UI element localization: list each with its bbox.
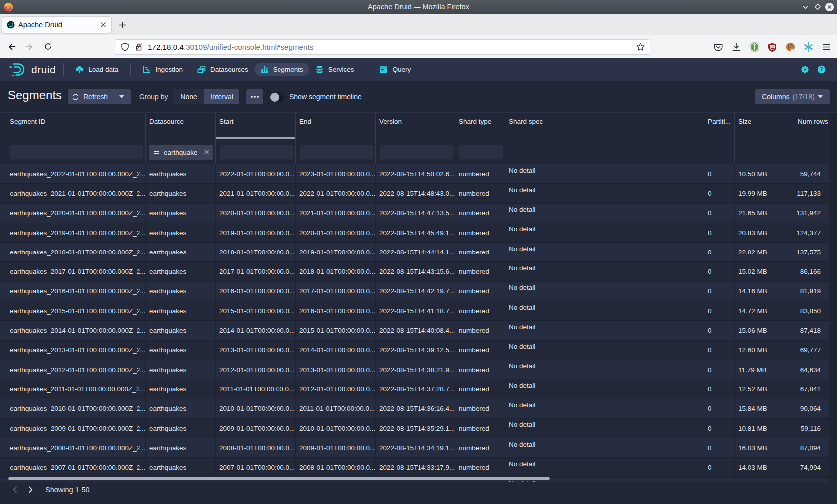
- cell-datasource[interactable]: earthquakes: [146, 341, 216, 360]
- horizontal-scrollbar[interactable]: [8, 477, 550, 480]
- cell-partiti[interactable]: 0: [704, 282, 735, 301]
- cell-partiti[interactable]: 0: [704, 164, 735, 183]
- column-header-segment-id[interactable]: Segment ID: [0, 113, 146, 139]
- cell-end[interactable]: 2013-01-01T00:00:00.0...: [296, 360, 376, 379]
- cell-segment-id[interactable]: earthquakes_2008-01-01T00:00:00.000Z_2..…: [0, 438, 146, 457]
- cell-datasource[interactable]: earthquakes: [146, 262, 216, 281]
- cell-segment-id[interactable]: earthquakes_2021-01-01T00:00:00.000Z_2..…: [0, 184, 146, 203]
- cell-shard-spec[interactable]: No detail: [505, 458, 704, 477]
- cell-num-rows[interactable]: 117,133: [794, 184, 829, 203]
- group-by-interval-button[interactable]: Interval: [204, 89, 239, 104]
- cell-size[interactable]: 14.16 MB: [735, 282, 794, 301]
- druid-logo[interactable]: druid: [9, 62, 56, 77]
- refresh-dropdown-button[interactable]: [112, 89, 131, 104]
- settings-gear-icon[interactable]: [801, 65, 809, 74]
- cell-shard-spec[interactable]: No detail: [505, 262, 704, 281]
- cell-end[interactable]: 2022-01-01T00:00:00.0...: [296, 184, 376, 203]
- cell-partiti[interactable]: 0: [704, 360, 735, 379]
- cell-shard-type[interactable]: numbered: [455, 184, 505, 203]
- cell-num-rows[interactable]: 131,942: [794, 204, 829, 223]
- cell-end[interactable]: 2023-01-01T00:00:00.0...: [296, 164, 376, 183]
- cell-shard-type[interactable]: numbered: [455, 399, 505, 418]
- cell-segment-id[interactable]: earthquakes_2012-01-01T00:00:00.000Z_2..…: [0, 360, 146, 379]
- cell-start[interactable]: 2021-01-01T00:00:00.0...: [216, 184, 296, 203]
- cell-size[interactable]: 11.79 MB: [735, 360, 794, 379]
- extension-colorful-icon[interactable]: [802, 41, 814, 53]
- cell-version[interactable]: 2022-08-15T14:50:02.6...: [376, 164, 455, 183]
- cell-size[interactable]: 21.65 MB: [735, 204, 794, 223]
- cell-start[interactable]: 2011-01-01T00:00:00.0...: [216, 379, 296, 398]
- table-row[interactable]: earthquakes_2013-01-01T00:00:00.000Z_2..…: [0, 341, 829, 360]
- cell-segment-id[interactable]: earthquakes_2015-01-01T00:00:00.000Z_2..…: [0, 301, 146, 320]
- cell-partiti[interactable]: 0: [704, 301, 735, 320]
- cell-size[interactable]: 10.81 MB: [735, 419, 794, 438]
- cell-size[interactable]: 20.83 MB: [735, 223, 794, 242]
- cell-datasource[interactable]: earthquakes: [146, 184, 216, 203]
- cell-shard-spec[interactable]: No detail: [505, 360, 704, 379]
- cell-version[interactable]: 2022-08-15T14:43:15.6...: [376, 262, 455, 281]
- cell-partiti[interactable]: 0: [704, 458, 735, 477]
- cell-start[interactable]: 2022-01-01T00:00:00.0...: [216, 164, 296, 183]
- refresh-button[interactable]: Refresh: [68, 89, 112, 104]
- browser-tab[interactable]: Apache Druid: [2, 16, 112, 33]
- cell-shard-spec[interactable]: No detail: [505, 438, 704, 457]
- cell-shard-type[interactable]: numbered: [455, 223, 505, 242]
- filter-input-end[interactable]: [299, 145, 374, 160]
- table-row[interactable]: earthquakes_2007-01-01T00:00:00.000Z_2..…: [0, 458, 829, 477]
- cell-num-rows[interactable]: 124,377: [794, 223, 829, 242]
- cell-shard-type[interactable]: numbered: [455, 243, 505, 261]
- cell-version[interactable]: 2022-08-15T14:47:13.5...: [376, 204, 455, 223]
- cell-num-rows[interactable]: 87,094: [794, 438, 829, 457]
- download-icon[interactable]: [730, 41, 742, 53]
- cell-partiti[interactable]: 0: [704, 243, 735, 261]
- cell-version[interactable]: 2022-08-15T14:41:18.7...: [376, 301, 455, 320]
- cell-num-rows[interactable]: 81,919: [794, 282, 829, 301]
- cell-num-rows[interactable]: 64,634: [794, 360, 829, 379]
- table-row[interactable]: earthquakes_2022-01-01T00:00:00.000Z_2..…: [0, 164, 829, 184]
- cell-datasource[interactable]: earthquakes: [146, 164, 216, 183]
- close-button[interactable]: [825, 2, 834, 12]
- cell-end[interactable]: 2011-01-01T00:00:00.0...: [296, 399, 376, 418]
- cell-start[interactable]: 2017-01-01T00:00:00.0...: [216, 262, 296, 281]
- column-header-end[interactable]: End: [296, 113, 376, 139]
- cell-start[interactable]: 2007-01-01T00:00:00.0...: [216, 458, 296, 477]
- tab-close-icon[interactable]: [97, 19, 109, 31]
- cell-end[interactable]: 2010-01-01T00:00:00.0...: [296, 419, 376, 438]
- cell-start[interactable]: 2013-01-01T00:00:00.0...: [216, 341, 296, 360]
- cell-shard-type[interactable]: numbered: [455, 164, 505, 183]
- cell-segment-id[interactable]: earthquakes_2016-01-01T00:00:00.000Z_2..…: [0, 282, 146, 301]
- cell-segment-id[interactable]: earthquakes_2022-01-01T00:00:00.000Z_2..…: [0, 164, 146, 183]
- cell-end[interactable]: 2018-01-01T00:00:00.0...: [296, 262, 376, 281]
- cell-shard-spec[interactable]: No detail: [505, 184, 704, 203]
- cell-size[interactable]: 14.03 MB: [735, 458, 794, 477]
- cell-shard-type[interactable]: numbered: [455, 438, 505, 457]
- cell-size[interactable]: 15.02 MB: [735, 262, 794, 281]
- cell-start[interactable]: 2008-01-01T00:00:00.0...: [216, 438, 296, 457]
- cell-partiti[interactable]: 0: [704, 399, 735, 418]
- cell-end[interactable]: 2021-01-01T00:00:00.0...: [296, 204, 376, 223]
- cell-partiti[interactable]: 0: [704, 438, 735, 457]
- table-row[interactable]: earthquakes_2021-01-01T00:00:00.000Z_2..…: [0, 184, 829, 203]
- column-header-num-rows[interactable]: Num rows: [794, 113, 829, 139]
- cell-end[interactable]: 2008-01-01T00:00:00.0...: [296, 458, 376, 477]
- cell-shard-type[interactable]: numbered: [455, 341, 505, 360]
- cell-datasource[interactable]: earthquakes: [146, 321, 216, 340]
- nav-item-segments[interactable]: Segments: [254, 63, 309, 76]
- cell-shard-spec[interactable]: No detail: [505, 223, 704, 242]
- cell-start[interactable]: 2012-01-01T00:00:00.0...: [216, 360, 296, 379]
- cell-datasource[interactable]: earthquakes: [146, 379, 216, 398]
- table-row[interactable]: earthquakes_2010-01-01T00:00:00.000Z_2..…: [0, 399, 829, 419]
- cell-datasource[interactable]: earthquakes: [146, 204, 216, 223]
- cell-datasource[interactable]: earthquakes: [146, 360, 216, 379]
- cell-num-rows[interactable]: 67,841: [794, 379, 829, 398]
- cell-shard-type[interactable]: numbered: [455, 458, 505, 477]
- table-row[interactable]: earthquakes_2014-01-01T00:00:00.000Z_2..…: [0, 321, 829, 340]
- cell-version[interactable]: 2022-08-15T14:36:16.4...: [376, 399, 455, 418]
- cell-num-rows[interactable]: 90,064: [794, 399, 829, 418]
- cell-shard-type[interactable]: numbered: [455, 204, 505, 223]
- table-row[interactable]: earthquakes_2008-01-01T00:00:00.000Z_2..…: [0, 438, 829, 458]
- columns-button[interactable]: Columns (17/18): [755, 89, 830, 104]
- cell-segment-id[interactable]: earthquakes_2010-01-01T00:00:00.000Z_2..…: [0, 399, 146, 418]
- filter-input-shard-type[interactable]: [459, 145, 503, 160]
- cell-version[interactable]: 2022-08-15T14:45:49.1...: [376, 223, 455, 242]
